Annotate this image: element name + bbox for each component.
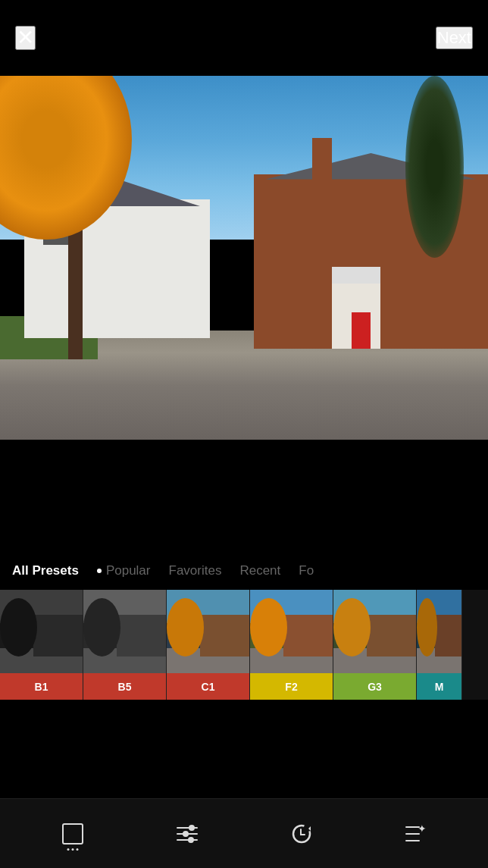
grid-dots	[67, 848, 78, 851]
tab-fo[interactable]: Fo	[299, 563, 314, 578]
preset-b5-scene	[83, 590, 166, 673]
tree-right	[405, 76, 464, 258]
tab-fo-label: Fo	[299, 563, 314, 578]
preset-f2-label: F2	[250, 673, 333, 700]
preset-c1-scene	[167, 590, 249, 673]
tab-recent-label: Recent	[239, 563, 280, 578]
tab-all-presets[interactable]: All Presets	[12, 563, 79, 578]
preset-b1-scene	[0, 590, 83, 673]
history-icon-inner	[290, 823, 313, 845]
preset-m-scene	[417, 590, 461, 673]
popular-dot	[97, 569, 102, 573]
presets-button[interactable]: ✦	[404, 822, 428, 846]
preset-b5-label: B5	[83, 673, 166, 700]
mini-house	[33, 615, 83, 656]
dot-3	[76, 848, 78, 851]
preset-b5-thumb	[83, 590, 166, 673]
grid-icon	[61, 822, 85, 846]
preset-c1[interactable]: C1	[167, 590, 250, 700]
mini-tree	[417, 598, 437, 656]
grid-icon-box	[62, 823, 83, 844]
filter-tabs: All Presets Popular Favorites Recent Fo	[0, 552, 488, 590]
dot-1	[67, 848, 69, 851]
list-star-symbol: ✦	[418, 823, 427, 834]
mini-house	[435, 615, 461, 656]
preset-c1-label: C1	[167, 673, 249, 700]
slider-line-2	[177, 833, 198, 835]
preset-m[interactable]: M	[417, 590, 462, 700]
mini-house	[117, 615, 166, 656]
preset-b1[interactable]: B1	[0, 590, 83, 700]
black-gap	[0, 440, 488, 553]
preset-g3-scene	[333, 590, 416, 673]
preset-f2[interactable]: F2	[250, 590, 333, 700]
slider-line-3	[177, 839, 198, 841]
slider-knob-3	[188, 837, 194, 843]
mini-house	[367, 615, 416, 656]
tab-favorites-label: Favorites	[169, 563, 222, 578]
tab-popular[interactable]: Popular	[97, 563, 151, 578]
edit-button[interactable]	[175, 822, 199, 846]
preset-g3-thumb	[333, 590, 416, 673]
history-svg	[290, 823, 313, 845]
mini-tree	[333, 598, 371, 656]
mini-tree	[250, 598, 287, 656]
tab-popular-label: Popular	[106, 563, 151, 578]
slider-knob-2	[183, 831, 189, 837]
slider-knob-1	[189, 825, 195, 831]
sliders-icon-inner	[177, 825, 198, 843]
mini-tree	[0, 598, 37, 656]
preset-f2-thumb	[250, 590, 333, 673]
chimney	[312, 138, 332, 193]
preset-g3[interactable]: G3	[333, 590, 417, 700]
library-button[interactable]	[61, 822, 85, 846]
next-button[interactable]: Next	[436, 27, 473, 49]
preset-b1-thumb	[0, 590, 83, 673]
tab-recent[interactable]: Recent	[239, 563, 280, 578]
door	[352, 312, 371, 349]
mini-tree	[167, 598, 204, 656]
preset-b5[interactable]: B5	[83, 590, 167, 700]
history-icon	[289, 822, 314, 846]
presets-list-icon: ✦	[404, 822, 428, 846]
presets-strip: B1 B5 C1	[0, 590, 488, 700]
close-button[interactable]: ✕	[15, 26, 36, 50]
slider-line-1	[177, 827, 198, 829]
preset-g3-label: G3	[333, 673, 416, 700]
preset-c1-thumb	[167, 590, 249, 673]
top-bar: ✕ Next	[0, 0, 488, 76]
tab-favorites[interactable]: Favorites	[169, 563, 222, 578]
preset-m-thumb	[417, 590, 461, 673]
bottom-toolbar: ✦	[0, 798, 488, 868]
history-button[interactable]	[289, 822, 314, 846]
mini-tree	[83, 598, 120, 656]
mini-house	[200, 615, 249, 656]
main-image-container	[0, 76, 488, 440]
tab-all-presets-label: All Presets	[12, 563, 79, 578]
image-scene	[0, 76, 488, 440]
mini-house	[283, 615, 333, 656]
list-star-icon-inner: ✦	[405, 825, 427, 843]
sliders-icon	[175, 822, 199, 846]
dot-2	[71, 848, 74, 851]
list-line-3	[405, 840, 421, 841]
preset-m-label: M	[417, 673, 461, 700]
preset-f2-scene	[250, 590, 333, 673]
preset-b1-label: B1	[0, 673, 83, 700]
